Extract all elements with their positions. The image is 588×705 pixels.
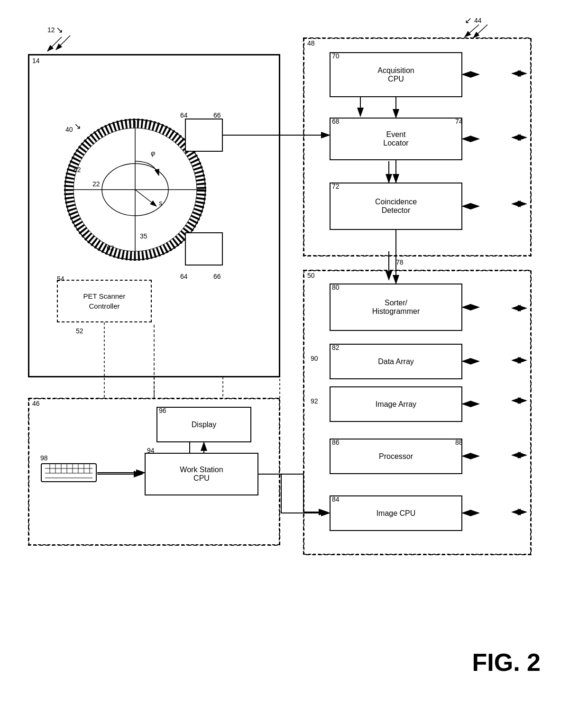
ref-44-arrow: ↙	[465, 15, 472, 26]
ref-84-label: 84	[332, 495, 340, 503]
work-station-cpu-text: Work StationCPU	[180, 466, 223, 483]
processor-text: Processor	[379, 452, 413, 461]
ref-82-label: 82	[332, 344, 340, 351]
data-array-box: Data Array	[330, 344, 462, 379]
s-label: s	[159, 199, 162, 207]
keyboard-icon	[40, 460, 97, 486]
ref-66a-label: 66	[213, 111, 221, 119]
ref-90-label: 90	[311, 355, 318, 362]
ref-52-label: 52	[76, 327, 83, 335]
ref-98-label: 98	[40, 454, 48, 462]
ref-12-label: 12	[47, 26, 55, 34]
acquisition-cpu-text: AcquisitionCPU	[377, 66, 414, 83]
coincidence-detector-text: CoincidenceDetector	[375, 198, 417, 215]
work-station-cpu-box: Work StationCPU	[145, 453, 258, 495]
detector-box-bottom	[185, 232, 223, 266]
figure-label: FIG. 2	[472, 648, 541, 677]
image-array-box: Image Array	[330, 386, 462, 422]
ref-96-label: 96	[159, 407, 166, 414]
pet-scanner-controller-box: PET ScannerController	[57, 280, 152, 322]
ref-78-label: 78	[396, 258, 404, 266]
phi-label: φ	[151, 149, 155, 157]
ref-88-label: 88	[455, 439, 463, 446]
ref-46-label: 46	[32, 400, 40, 407]
svg-rect-45	[41, 464, 96, 482]
ref-62b-label: 62	[107, 244, 114, 252]
ref-62a-label: 62	[74, 166, 81, 174]
ref-50-label: 50	[307, 272, 315, 279]
ref-74-label: 74	[455, 118, 463, 125]
svg-line-88	[56, 36, 70, 50]
sorter-histogrammer-box: Sorter/Histogrammer	[330, 284, 462, 331]
display-box: Display	[156, 407, 251, 442]
ref-70-label: 70	[332, 52, 340, 60]
detector-box-top	[185, 119, 223, 152]
data-array-text: Data Array	[378, 357, 414, 366]
processor-box: Processor	[330, 439, 462, 474]
ref-86-label: 86	[332, 439, 340, 446]
sorter-histogrammer-text: Sorter/Histogrammer	[372, 299, 420, 316]
ref-80-label: 80	[332, 284, 340, 291]
ref-48-label: 48	[307, 39, 315, 47]
image-cpu-box: Image CPU	[330, 495, 462, 531]
ref-14-label: 14	[32, 57, 40, 64]
ref-94-label: 94	[147, 447, 155, 454]
ref-66b-label: 66	[213, 273, 221, 280]
diagram: 12 ↘ 44 ↙ 14	[0, 0, 588, 705]
ref-54-label: 54	[57, 275, 64, 283]
acquisition-cpu-box: AcquisitionCPU	[330, 52, 462, 97]
ref-12-arrow: ↘	[56, 25, 63, 35]
svg-line-32	[47, 37, 62, 51]
pet-scanner-controller-text: PET ScannerController	[83, 291, 126, 311]
ref-40-label: 40	[65, 126, 73, 133]
ref-64b-label: 64	[180, 273, 188, 280]
ref-22-label: 22	[92, 180, 100, 188]
event-locator-text: EventLocator	[383, 130, 408, 147]
ref-35-label: 35	[140, 232, 147, 240]
svg-line-33	[465, 25, 479, 37]
ref-64a-label: 64	[180, 111, 188, 119]
display-text: Display	[192, 421, 216, 429]
image-array-text: Image Array	[376, 400, 416, 409]
event-locator-box: EventLocator	[330, 118, 462, 160]
ref-92-label: 92	[311, 397, 318, 405]
coincidence-detector-box: CoincidenceDetector	[330, 183, 462, 230]
ref-40-arrow: ↘	[74, 121, 81, 131]
ref-72-label: 72	[332, 183, 340, 190]
svg-line-89	[473, 25, 487, 38]
image-cpu-text: Image CPU	[377, 509, 416, 518]
ref-44-label: 44	[474, 17, 482, 24]
svg-line-44	[135, 190, 156, 206]
ref-68-label: 68	[332, 118, 340, 125]
